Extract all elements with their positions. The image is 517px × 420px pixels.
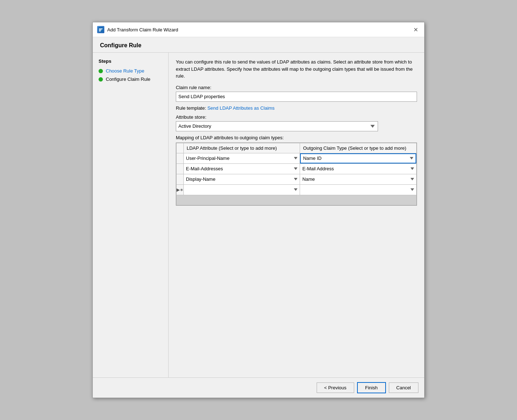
- header-ldap-attribute: LDAP Attribute (Select or type to add mo…: [184, 143, 300, 153]
- ldap-cell-2: E-Mail-Addresses: [184, 163, 300, 174]
- dialog-body: Configure Rule Steps Choose Rule Type Co…: [93, 37, 424, 398]
- outgoing-cell-1: Name ID: [300, 153, 417, 163]
- close-button[interactable]: ✕: [411, 25, 420, 34]
- rule-template-prefix: Rule template:: [176, 105, 207, 111]
- content-area: Steps Choose Rule Type Configure Claim R…: [93, 53, 424, 377]
- step2-dot: [99, 77, 103, 82]
- sidebar-item-label-2: Configure Claim Rule: [106, 76, 151, 82]
- attribute-store-section: Attribute store: Active Directory: [176, 114, 417, 131]
- ldap-select-3[interactable]: Display-Name: [184, 174, 300, 184]
- row-indicator-new: ▶∗: [177, 184, 184, 195]
- finish-button[interactable]: Finish: [357, 382, 386, 393]
- row-indicator-2: [177, 163, 184, 174]
- mapping-table: LDAP Attribute (Select or type to add mo…: [176, 143, 417, 205]
- ldap-select-2[interactable]: E-Mail-Addresses: [184, 164, 300, 174]
- attribute-store-label: Attribute store:: [176, 114, 417, 120]
- table-row-new: ▶∗: [177, 184, 417, 195]
- table-footer-cell: [177, 195, 417, 205]
- table-header-row: LDAP Attribute (Select or type to add mo…: [177, 143, 417, 153]
- outgoing-cell-2: E-Mail Address: [300, 163, 417, 174]
- main-content: You can configure this rule to send the …: [169, 53, 424, 377]
- table-row: User-Principal-Name Name ID: [177, 153, 417, 163]
- mapping-label: Mapping of LDAP attributes to outgoing c…: [176, 135, 417, 140]
- mapping-section: Mapping of LDAP attributes to outgoing c…: [176, 135, 417, 206]
- sidebar-item-label-1: Choose Rule Type: [106, 68, 144, 74]
- title-bar-left: Add Transform Claim Rule Wizard: [97, 26, 178, 33]
- ldap-select-new[interactable]: [184, 185, 300, 195]
- title-bar: Add Transform Claim Rule Wizard ✕: [93, 22, 424, 37]
- outgoing-cell-new: [300, 184, 417, 195]
- outgoing-select-2[interactable]: E-Mail Address: [300, 164, 416, 174]
- outgoing-select-1[interactable]: Name ID: [300, 153, 416, 163]
- attribute-store-select[interactable]: Active Directory: [176, 121, 378, 131]
- svg-rect-1: [99, 29, 103, 29]
- outgoing-cell-3: Name: [300, 174, 417, 184]
- svg-rect-3: [99, 31, 101, 31]
- rule-template-section: Rule template: Send LDAP Attributes as C…: [176, 105, 417, 111]
- ldap-cell-1: User-Principal-Name: [184, 153, 300, 163]
- ldap-select-1[interactable]: User-Principal-Name: [184, 153, 300, 163]
- table-row: Display-Name Name: [177, 174, 417, 184]
- previous-button[interactable]: < Previous: [317, 382, 354, 393]
- svg-rect-2: [99, 30, 101, 30]
- outgoing-select-new[interactable]: [300, 185, 416, 195]
- outgoing-select-3[interactable]: Name: [300, 174, 416, 184]
- header-outgoing-claim: Outgoing Claim Type (Select or type to a…: [300, 143, 417, 153]
- footer-area: < Previous Finish Cancel: [93, 377, 424, 398]
- step1-dot: [99, 69, 103, 73]
- mapping-table-wrapper: LDAP Attribute (Select or type to add mo…: [176, 143, 417, 206]
- sidebar-item-choose-rule-type[interactable]: Choose Rule Type: [93, 67, 168, 75]
- ldap-cell-new: [184, 184, 300, 195]
- claim-rule-name-input[interactable]: [176, 92, 417, 102]
- header-row-num: [177, 143, 184, 153]
- claim-rule-name-section: Claim rule name:: [176, 85, 417, 102]
- sidebar: Steps Choose Rule Type Configure Claim R…: [93, 53, 169, 377]
- dialog-icon: [97, 26, 104, 33]
- sidebar-title: Steps: [93, 57, 168, 67]
- claim-rule-name-label: Claim rule name:: [176, 85, 417, 90]
- dialog-window: Add Transform Claim Rule Wizard ✕ Config…: [92, 22, 425, 398]
- description-text: You can configure this rule to send the …: [176, 58, 417, 80]
- sidebar-item-configure-claim-rule[interactable]: Configure Claim Rule: [93, 75, 168, 83]
- row-indicator-3: [177, 174, 184, 184]
- table-row: E-Mail-Addresses E-Mail Address: [177, 163, 417, 174]
- cancel-button[interactable]: Cancel: [389, 382, 418, 393]
- row-indicator-1: [177, 153, 184, 163]
- page-title: Configure Rule: [93, 37, 424, 53]
- table-footer-row: [177, 195, 417, 205]
- dialog-title: Add Transform Claim Rule Wizard: [107, 27, 178, 32]
- ldap-cell-3: Display-Name: [184, 174, 300, 184]
- rule-template-link[interactable]: Send LDAP Attributes as Claims: [207, 105, 274, 111]
